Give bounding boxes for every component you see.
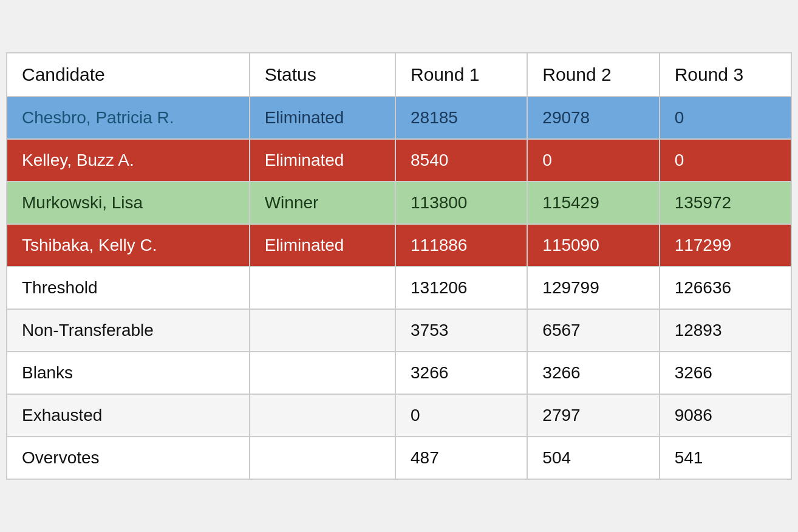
stat-round4-value: 541 — [660, 437, 791, 479]
candidate-status: Eliminated — [250, 97, 395, 139]
stat-round2-value: 0 — [395, 394, 527, 437]
stat-round4-value: 12893 — [660, 309, 791, 352]
stat-round3-value: 2797 — [527, 394, 659, 437]
stat-round4-value: 126636 — [660, 267, 791, 309]
round2-value: 0 — [527, 139, 659, 182]
stat-round3-value: 129799 — [527, 267, 659, 309]
header-status: Status — [250, 53, 395, 97]
stat-row: Overvotes487504541 — [7, 437, 791, 479]
stat-row: Threshold131206129799126636 — [7, 267, 791, 309]
stat-round1-value — [250, 309, 395, 352]
round1-value: 113800 — [395, 182, 527, 224]
header-round1: Round 1 — [395, 53, 527, 97]
candidate-status: Eliminated — [250, 224, 395, 267]
stat-round4-value: 3266 — [660, 352, 791, 394]
candidate-status: Winner — [250, 182, 395, 224]
round3-value: 135972 — [660, 182, 791, 224]
round1-value: 111886 — [395, 224, 527, 267]
candidate-row: Tshibaka, Kelly C.Eliminated111886115090… — [7, 224, 791, 267]
candidate-row: Kelley, Buzz A.Eliminated854000 — [7, 139, 791, 182]
stat-round3-value: 504 — [527, 437, 659, 479]
candidate-name: Chesbro, Patricia R. — [7, 97, 250, 139]
stat-row: Exhausted027979086 — [7, 394, 791, 437]
round3-value: 0 — [660, 139, 791, 182]
round3-value: 117299 — [660, 224, 791, 267]
stat-round1-value — [250, 352, 395, 394]
stat-round1-value — [250, 394, 395, 437]
candidate-name: Tshibaka, Kelly C. — [7, 224, 250, 267]
candidate-status: Eliminated — [250, 139, 395, 182]
candidate-name: Kelley, Buzz A. — [7, 139, 250, 182]
table-container: Candidate Status Round 1 Round 2 Round 3… — [0, 0, 798, 532]
round2-value: 115090 — [527, 224, 659, 267]
table-header-row: Candidate Status Round 1 Round 2 Round 3 — [7, 53, 791, 97]
stat-round1-value — [250, 437, 395, 479]
round1-value: 28185 — [395, 97, 527, 139]
stat-round2-value: 487 — [395, 437, 527, 479]
stat-label: Exhausted — [7, 394, 250, 437]
round2-value: 29078 — [527, 97, 659, 139]
stat-round3-value: 6567 — [527, 309, 659, 352]
stat-round4-value: 9086 — [660, 394, 791, 437]
round3-value: 0 — [660, 97, 791, 139]
candidate-row: Murkowski, LisaWinner113800115429135972 — [7, 182, 791, 224]
stat-round1-value — [250, 267, 395, 309]
stat-label: Non-Transferable — [7, 309, 250, 352]
stat-round2-value: 3753 — [395, 309, 527, 352]
stat-round3-value: 3266 — [527, 352, 659, 394]
stat-round2-value: 3266 — [395, 352, 527, 394]
stat-round2-value: 131206 — [395, 267, 527, 309]
stat-row: Blanks326632663266 — [7, 352, 791, 394]
header-round3: Round 3 — [660, 53, 791, 97]
results-table: Candidate Status Round 1 Round 2 Round 3… — [6, 52, 792, 480]
round1-value: 8540 — [395, 139, 527, 182]
candidate-name: Murkowski, Lisa — [7, 182, 250, 224]
stat-row: Non-Transferable3753656712893 — [7, 309, 791, 352]
header-candidate: Candidate — [7, 53, 250, 97]
candidate-row: Chesbro, Patricia R.Eliminated2818529078… — [7, 97, 791, 139]
stat-label: Overvotes — [7, 437, 250, 479]
stat-label: Threshold — [7, 267, 250, 309]
header-round2: Round 2 — [527, 53, 659, 97]
stat-label: Blanks — [7, 352, 250, 394]
round2-value: 115429 — [527, 182, 659, 224]
